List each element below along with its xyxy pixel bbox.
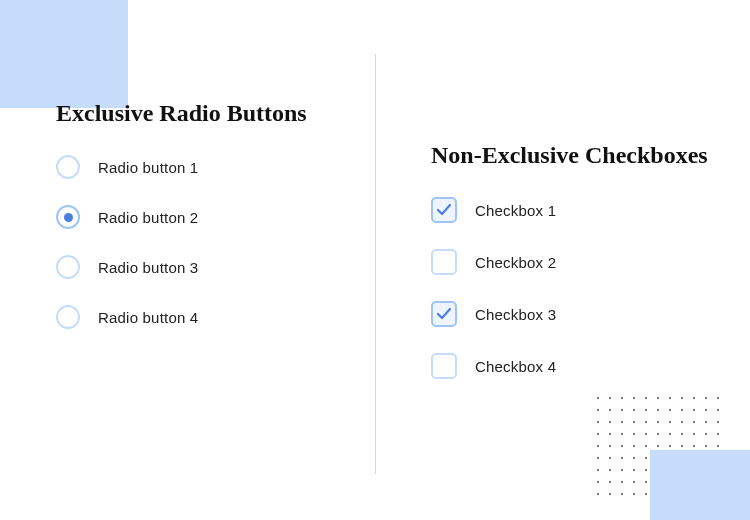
checkbox-icon [431, 197, 457, 223]
radio-icon [56, 255, 80, 279]
checkbox-label: Checkbox 2 [475, 254, 556, 271]
radio-section: Exclusive Radio Buttons Radio button 1 R… [0, 0, 375, 355]
checkbox-label: Checkbox 1 [475, 202, 556, 219]
checkbox-icon [431, 301, 457, 327]
radio-icon [56, 155, 80, 179]
radio-label: Radio button 4 [98, 309, 198, 326]
checkbox-label: Checkbox 3 [475, 306, 556, 323]
radio-option-4[interactable]: Radio button 4 [56, 305, 335, 329]
radio-option-1[interactable]: Radio button 1 [56, 155, 335, 179]
checkbox-option-4[interactable]: Checkbox 4 [431, 353, 710, 379]
checkbox-heading: Non-Exclusive Checkboxes [431, 142, 710, 169]
radio-heading: Exclusive Radio Buttons [56, 100, 335, 127]
checkbox-label: Checkbox 4 [475, 358, 556, 375]
radio-option-3[interactable]: Radio button 3 [56, 255, 335, 279]
checkbox-icon [431, 353, 457, 379]
checkbox-icon [431, 249, 457, 275]
checkbox-section: Non-Exclusive Checkboxes Checkbox 1 Chec… [375, 0, 750, 405]
checkbox-option-1[interactable]: Checkbox 1 [431, 197, 710, 223]
checkbox-option-3[interactable]: Checkbox 3 [431, 301, 710, 327]
radio-label: Radio button 2 [98, 209, 198, 226]
checkbox-option-2[interactable]: Checkbox 2 [431, 249, 710, 275]
radio-icon [56, 205, 80, 229]
radio-icon [56, 305, 80, 329]
radio-label: Radio button 1 [98, 159, 198, 176]
radio-label: Radio button 3 [98, 259, 198, 276]
radio-option-2[interactable]: Radio button 2 [56, 205, 335, 229]
